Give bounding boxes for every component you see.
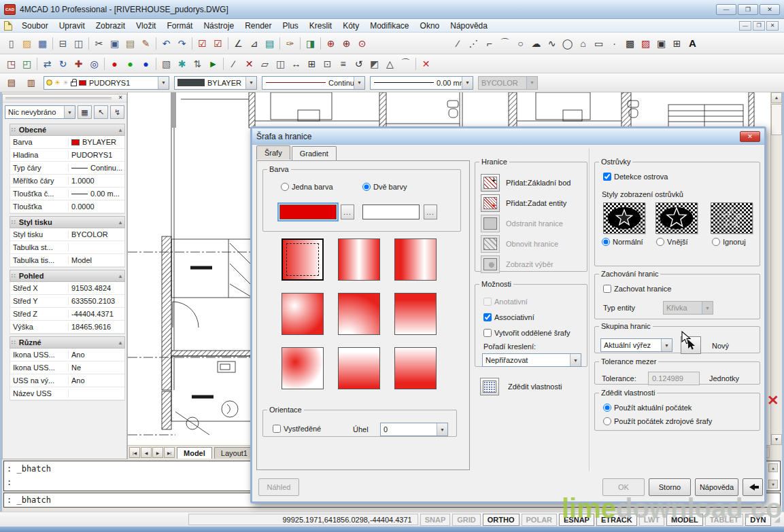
text-icon[interactable]: A (685, 36, 700, 51)
property-value[interactable]: 1.0000 (69, 177, 124, 185)
revcloud-icon[interactable]: ☁ (528, 36, 544, 51)
toolbar-icon[interactable] (35, 56, 39, 71)
color2-swatch[interactable] (362, 205, 420, 219)
first-tab-button[interactable]: |◀ (129, 447, 140, 458)
toggle-model[interactable]: MODEL (666, 514, 703, 526)
prop-stred-y[interactable]: Střed Y 633550.2103 (10, 295, 124, 308)
menu-item[interactable]: Kóty (337, 20, 364, 32)
materials-icon[interactable]: ⇅ (190, 56, 205, 71)
mdi-minimize-button[interactable]: — (739, 21, 751, 31)
table-icon[interactable]: ⊞ (669, 36, 685, 51)
boundary-action-button[interactable] (481, 215, 500, 232)
prop-tloustka-cary[interactable]: Tloušťka č... 0.00 m... (10, 188, 124, 200)
add-select-entities-button[interactable]: Přidat:Zadat entity (481, 193, 583, 213)
prop-typ-cary[interactable]: Typ čáry Continu... (10, 162, 124, 175)
arc-edit-icon[interactable]: ⌒ (398, 56, 413, 71)
chevron-down-icon[interactable]: ▼ (462, 77, 473, 89)
toggle-etrack[interactable]: ETRACK (596, 514, 637, 526)
delete-icon[interactable]: ✕ (418, 56, 434, 71)
fillet-icon[interactable]: △ (382, 56, 398, 71)
menu-item[interactable]: Upravit (54, 20, 90, 32)
inherit-properties[interactable]: Zdědit vlastnosti (480, 378, 562, 395)
check-standards-icon[interactable]: ☑ (194, 36, 210, 51)
resize-grip-icon[interactable]: ◢ (773, 515, 780, 524)
offset-icon[interactable]: ▱ (257, 56, 273, 71)
prop-barva[interactable]: Barva BYLAYER (10, 136, 124, 149)
ucs-icon[interactable]: ⊿ (246, 36, 262, 51)
save-icon[interactable]: ▦ (35, 36, 50, 51)
property-value[interactable]: BYLAYER (69, 138, 124, 146)
gradient-hemispherical[interactable] (338, 293, 380, 335)
boundary-action-button[interactable] (481, 255, 500, 273)
toolbar-icon[interactable] (318, 36, 323, 51)
zoom-in-icon[interactable]: ⊕ (323, 36, 339, 51)
prop-uss-na-vyrez[interactable]: USS na vý... Ano (10, 374, 124, 387)
section-header-styl-tisku[interactable]: ∷ Styl tisku ▴ (10, 216, 125, 228)
command-scrollbar[interactable]: ▲ ▼ (768, 463, 778, 489)
zoom-window-icon[interactable]: ⊕ (339, 36, 354, 51)
rotate-icon[interactable]: ◎ (86, 56, 102, 71)
rotate2-icon[interactable]: ↺ (351, 56, 367, 71)
toolbar-icon[interactable] (298, 36, 303, 51)
prop-ikona-uss-2[interactable]: Ikona USS... Ne (10, 361, 124, 374)
dialog-close-button[interactable]: ✕ (740, 131, 760, 142)
sketch-icon[interactable]: ✑ (282, 36, 298, 51)
island-normal-radio[interactable]: Normální (602, 238, 643, 246)
inherit-properties-button[interactable] (480, 378, 499, 395)
collapse-icon[interactable]: ▴ (119, 340, 122, 346)
prop-hladina[interactable]: Hladina PUDORYS1 (10, 149, 124, 162)
chevron-down-icon[interactable]: ▼ (661, 339, 672, 351)
toolbar-icon[interactable] (221, 56, 226, 71)
help-button[interactable]: Nápověda (695, 478, 738, 496)
gradient-icon[interactable]: ▨ (638, 36, 653, 51)
layer-explore-icon[interactable]: ▥ (24, 76, 39, 90)
circle-icon[interactable]: ○ (513, 36, 528, 51)
toggle-polar[interactable]: POLAR (522, 514, 558, 526)
two-colors-radio[interactable]: Dvě barvy (362, 183, 407, 191)
toolbar-icon[interactable] (226, 36, 231, 51)
make-object-layer-icon[interactable]: ⇄ (39, 56, 55, 71)
layer-dropdown[interactable]: ☀ ☀ PUDORYS1 ▼ (44, 76, 169, 90)
rectangle-icon[interactable]: ▭ (591, 36, 607, 51)
new-icon[interactable]: ▯ (3, 36, 19, 51)
toggle-lwt[interactable]: LWT (639, 514, 664, 526)
move-icon[interactable]: ✚ (71, 56, 86, 71)
layer-update-icon[interactable]: ↻ (55, 56, 71, 71)
prop-stred-z[interactable]: Střed Z -44404.4371 (10, 308, 124, 321)
gradient-cylinder[interactable] (338, 238, 380, 281)
layer-states-icon[interactable]: ◰ (19, 56, 35, 71)
island-style-outer-button[interactable] (655, 202, 698, 234)
point-icon[interactable]: · (607, 36, 622, 51)
scroll-up-icon[interactable]: ▲ (771, 92, 782, 103)
green-ball-icon[interactable]: ● (122, 56, 138, 71)
prop-vyska[interactable]: Výška 18465.9616 (10, 321, 124, 334)
toggle-ortho[interactable]: ORTHO (483, 514, 519, 526)
menu-item[interactable]: Kreslit (304, 20, 337, 32)
quick-select-button[interactable]: ▦ (78, 105, 92, 119)
island-outer-radio[interactable]: Vnější (656, 238, 688, 246)
toolbar-icon[interactable] (86, 36, 91, 51)
erase-line-icon[interactable]: ∕ (226, 56, 241, 71)
scroll-down-icon[interactable]: ▼ (771, 434, 782, 445)
array-icon[interactable]: ⊞ (304, 56, 320, 71)
red-ball-icon[interactable]: ● (107, 56, 122, 71)
hatch-icon[interactable]: ▩ (622, 36, 638, 51)
menu-item[interactable]: Render (239, 20, 277, 32)
print-preview-icon[interactable]: ◫ (71, 36, 86, 51)
prop-meritko-cary[interactable]: Měřítko čáry 1.0000 (10, 175, 124, 188)
lights-icon[interactable]: ✱ (174, 56, 190, 71)
dwg-convert-icon[interactable]: ▤ (262, 36, 277, 51)
toggle-dyn[interactable]: DYN (745, 514, 770, 526)
chevron-down-icon[interactable]: ▼ (245, 77, 256, 89)
prop-ikona-uss-1[interactable]: Ikona USS... Ano (10, 349, 124, 361)
batch-standards-icon[interactable]: ☑ (210, 36, 226, 51)
scroll-up-icon[interactable]: ▲ (768, 463, 778, 472)
prev-tab-button[interactable]: ◀ (141, 447, 152, 458)
separate-hatches-checkbox[interactable]: Vytvořit oddělené šrafy (483, 329, 570, 337)
cut-icon[interactable]: ✂ (91, 36, 107, 51)
selection-dropdown[interactable]: Nic nevybráno ▼ (5, 105, 75, 119)
toolbar-icon[interactable] (370, 36, 450, 51)
toolbar-icon[interactable] (102, 56, 107, 71)
mirror-icon[interactable]: ◫ (273, 56, 288, 71)
color-dropdown[interactable]: BYLAYER ▼ (174, 76, 257, 90)
